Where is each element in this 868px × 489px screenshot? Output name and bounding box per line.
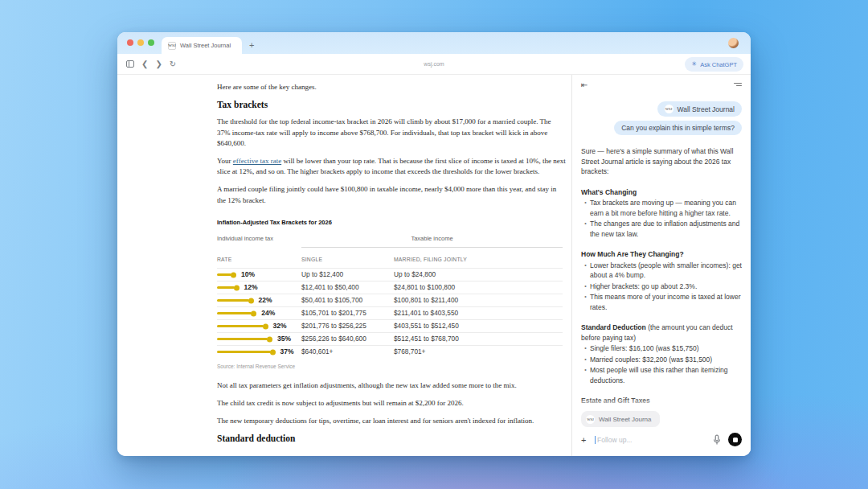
tab-title: Wall Street Journal bbox=[180, 42, 231, 49]
effective-tax-rate-link[interactable]: effective tax rate bbox=[233, 157, 281, 165]
table-row: 12%$12,401 to $50,400$24,801 to $100,800 bbox=[217, 281, 563, 294]
user-message-bubble: Can you explain this in simple terms? bbox=[614, 121, 742, 135]
user-attachment-chip[interactable]: WSJ Wall Street Journal bbox=[657, 101, 743, 117]
table-row: 22%$50,401 to $105,700$100,801 to $211,4… bbox=[217, 294, 563, 306]
table-row: 32%$201,776 to $256,225$403,551 to $512,… bbox=[217, 319, 563, 332]
rate-bar bbox=[217, 351, 271, 353]
rate-bar bbox=[217, 338, 268, 340]
assistant-message: Sure — here's a simple summary of what t… bbox=[581, 146, 742, 409]
rate-label: 10% bbox=[241, 269, 255, 280]
heading-tax-brackets: Tax brackets bbox=[217, 100, 566, 110]
stop-button[interactable] bbox=[728, 433, 742, 446]
column-header-rate: RATE bbox=[217, 254, 301, 265]
wsj-favicon-icon: WSJ bbox=[168, 42, 176, 50]
close-window-button[interactable] bbox=[127, 39, 133, 46]
window-controls bbox=[127, 39, 154, 46]
ask-chatgpt-label: Ask ChatGPT bbox=[700, 61, 737, 68]
table-row: 10%Up to $12,400Up to $24,800 bbox=[217, 268, 563, 281]
new-tab-button[interactable]: + bbox=[249, 37, 254, 54]
sidebar-toggle-icon[interactable] bbox=[126, 60, 134, 68]
menu-icon[interactable] bbox=[734, 81, 742, 88]
rate-bar bbox=[217, 312, 252, 314]
article-intro: Here are some of the key changes. bbox=[217, 82, 566, 92]
rate-bar bbox=[217, 325, 264, 327]
browser-toolbar: ❮︎ ❯︎ ↻ wsj.com ✳ Ask ChatGPT bbox=[117, 54, 751, 75]
microphone-icon[interactable] bbox=[712, 434, 722, 446]
reload-icon[interactable]: ↻ bbox=[170, 60, 176, 68]
table-row: 37%$640,601+$768,701+ bbox=[217, 345, 563, 358]
single-cell: $12,401 to $50,400 bbox=[301, 282, 394, 293]
rate-label: 22% bbox=[259, 295, 272, 306]
forward-icon[interactable]: ❯︎ bbox=[155, 60, 162, 68]
add-attachment-button[interactable]: + bbox=[581, 435, 592, 445]
article-pane: Here are some of the key changes. Tax br… bbox=[117, 75, 571, 456]
bullet-item: •Lower brackets (people with smaller inc… bbox=[581, 261, 742, 281]
article-paragraph: Not all tax parameters get inflation adj… bbox=[217, 380, 566, 391]
bullet-item: •Most people will use this rather than i… bbox=[581, 365, 742, 385]
bullet-item: •Tax brackets are moving up — meaning yo… bbox=[581, 198, 742, 218]
assistant-section: Estate and Gift Taxes•Estate tax exclusi… bbox=[581, 396, 742, 409]
assistant-section: Standard Deduction (the amount you can d… bbox=[581, 323, 742, 385]
tax-brackets-table: Inflation-Adjusted Tax Brackets for 2026… bbox=[217, 217, 563, 372]
chatgpt-logo-icon: ✳ bbox=[691, 61, 697, 68]
rate-label: 35% bbox=[277, 334, 291, 344]
composer-attachment-label: Wall Street Journa bbox=[599, 416, 652, 423]
composer-attachment-chip[interactable]: WSJ Wall Street Journa bbox=[581, 411, 660, 427]
married-cell: Up to $24,800 bbox=[394, 269, 563, 280]
followup-input[interactable]: Follow up... bbox=[595, 436, 712, 444]
heading-standard-deduction: Standard deduction bbox=[217, 434, 566, 444]
bullet-item: •Married couples: $32,200 (was $31,500) bbox=[581, 355, 742, 365]
zoom-window-button[interactable] bbox=[148, 39, 154, 46]
assistant-intro: Sure — here's a simple summary of what t… bbox=[581, 146, 742, 177]
rate-label: 12% bbox=[244, 282, 258, 293]
single-cell: $201,776 to $256,225 bbox=[301, 321, 394, 331]
assistant-sections: What's Changing•Tax brackets are moving … bbox=[581, 187, 742, 410]
minimize-window-button[interactable] bbox=[137, 39, 144, 46]
address-bar[interactable]: wsj.com bbox=[117, 61, 751, 67]
bullet-item: •Higher brackets: go up about 2.3%. bbox=[581, 281, 742, 292]
wsj-favicon-icon: WSJ bbox=[665, 105, 674, 113]
rate-bar bbox=[217, 286, 235, 289]
married-cell: $768,701+ bbox=[394, 347, 563, 357]
tab-bar: WSJ Wall Street Journal + bbox=[117, 32, 751, 54]
rate-label: 32% bbox=[273, 321, 287, 331]
assistant-section: How Much Are They Changing?•Lower bracke… bbox=[581, 249, 742, 312]
article-paragraph: The child tax credit is now subject to a… bbox=[217, 398, 566, 409]
married-cell: $100,801 to $211,400 bbox=[394, 295, 563, 306]
single-cell: $105,701 to $201,775 bbox=[301, 308, 394, 318]
composer: WSJ Wall Street Journa + Follow up... bbox=[572, 409, 751, 456]
browser-window: WSJ Wall Street Journal + ❮︎ ❯︎ ↻ wsj.co… bbox=[117, 32, 751, 456]
attachment-label: Wall Street Journal bbox=[678, 105, 735, 113]
assistant-section: What's Changing•Tax brackets are moving … bbox=[581, 187, 742, 240]
profile-avatar[interactable] bbox=[728, 38, 739, 48]
table-row: 24%$105,701 to $201,775$211,401 to $403,… bbox=[217, 306, 563, 319]
table-header-row: RATE SINGLE MARRIED, FILING JOINTLY bbox=[217, 252, 563, 268]
bullet-item: •Single filers: $16,100 (was $15,750) bbox=[581, 343, 742, 354]
rate-label: 37% bbox=[280, 347, 294, 357]
married-cell: $512,451 to $768,700 bbox=[394, 334, 563, 344]
collapse-sidebar-icon[interactable]: ⇤ bbox=[581, 80, 588, 89]
ask-chatgpt-button[interactable]: ✳ Ask ChatGPT bbox=[685, 57, 743, 72]
married-cell: $403,551 to $512,450 bbox=[394, 321, 563, 331]
single-cell: $256,226 to $640,600 bbox=[301, 334, 394, 344]
rate-label: 24% bbox=[261, 308, 275, 318]
article-paragraph: The threshold for the top federal income… bbox=[217, 117, 566, 149]
table-subhead-left: Individual income tax bbox=[217, 233, 301, 248]
single-cell: $50,401 to $105,700 bbox=[301, 295, 394, 306]
text-caret bbox=[595, 436, 596, 444]
article-paragraph: Your effective tax rate will be lower th… bbox=[217, 156, 566, 177]
rate-bar bbox=[217, 273, 231, 276]
single-cell: Up to $12,400 bbox=[301, 269, 394, 280]
tab-wall-street-journal[interactable]: WSJ Wall Street Journal bbox=[162, 37, 242, 54]
table-source: Source: Internal Revenue Service bbox=[217, 361, 563, 372]
single-cell: $640,601+ bbox=[301, 347, 394, 357]
married-cell: $211,401 to $403,550 bbox=[394, 308, 563, 318]
bullet-item: •This means more of your income is taxed… bbox=[581, 292, 742, 312]
tax-table-rows: 10%Up to $12,400Up to $24,80012%$12,401 … bbox=[217, 268, 563, 358]
column-header-married: MARRIED, FILING JOINTLY bbox=[394, 254, 563, 265]
table-subhead-right: Taxable income bbox=[301, 233, 563, 248]
table-title: Inflation-Adjusted Tax Brackets for 2026 bbox=[217, 217, 563, 228]
article-paragraph: A married couple filing jointly could ha… bbox=[217, 184, 566, 205]
married-cell: $24,801 to $100,800 bbox=[394, 282, 563, 293]
back-icon[interactable]: ❮︎ bbox=[141, 60, 148, 68]
